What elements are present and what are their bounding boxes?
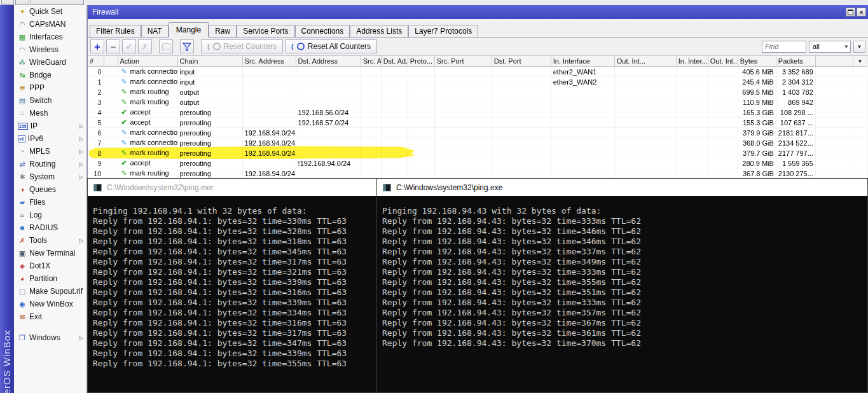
column-header-src-address[interactable]: Src. Address bbox=[242, 56, 296, 67]
rule-row-4[interactable]: 4✔acceptprerouting192.168.56.0/24165.3 G… bbox=[88, 107, 867, 118]
disable-rule-button[interactable]: ✗ bbox=[138, 39, 152, 53]
tab-address-lists[interactable]: Address Lists bbox=[350, 25, 408, 37]
column-header-src-ad-[interactable]: Src. Ad... bbox=[361, 56, 381, 67]
column-header-blank-17[interactable] bbox=[815, 56, 853, 67]
mark-routing-icon: ✎ bbox=[120, 149, 128, 157]
sidebar-item-tools[interactable]: ✗Tools▷ bbox=[14, 234, 86, 247]
sidebar-item-dot1x[interactable]: ◈Dot1X bbox=[14, 259, 86, 272]
rule-row-0[interactable]: 0✎mark connectioninputether2_WAN1405.6 M… bbox=[88, 67, 867, 77]
column-header-proto-[interactable]: Proto... bbox=[408, 56, 434, 67]
sidebar-item-wireless[interactable]: ◠Wireless bbox=[14, 43, 86, 56]
cell bbox=[381, 128, 408, 138]
tools-icon: ✗ bbox=[17, 237, 27, 245]
sidebar-item-exit[interactable]: ⊠Exit bbox=[14, 310, 86, 323]
terminal-line: Reply from 192.168.94.1: bytes=32 time=3… bbox=[93, 298, 376, 308]
sidebar-item-routing[interactable]: ⇄Routing▷ bbox=[14, 158, 86, 170]
reset-counters-button[interactable]: ( Reset Counters bbox=[201, 39, 283, 53]
rule-row-2[interactable]: 2✎mark routingoutput699.5 MiB1 403 782 bbox=[88, 87, 867, 97]
sidebar-item-ppp[interactable]: ≣PPP bbox=[14, 81, 86, 94]
column-header-blank-1[interactable] bbox=[104, 56, 118, 67]
cell bbox=[492, 97, 551, 107]
sidebar-item-partition[interactable]: ◕Partition bbox=[14, 272, 86, 285]
rule-row-7[interactable]: 7✎mark connectionprerouting192.168.94.0/… bbox=[88, 138, 867, 148]
tab-connections[interactable]: Connections bbox=[295, 25, 350, 37]
column-header-in-interface[interactable]: In. Interface bbox=[551, 56, 614, 67]
terminal-titlebar[interactable]: C:\Windows\system32\ping.exe bbox=[377, 179, 867, 196]
sidebar-item-files[interactable]: ▰Files bbox=[14, 196, 86, 209]
column-header-dst-port[interactable]: Dst. Port bbox=[492, 56, 551, 67]
sidebar-item-switch[interactable]: ▤Switch bbox=[14, 94, 86, 107]
column-header-chain[interactable]: Chain bbox=[177, 56, 242, 67]
sidebar-item-new-terminal[interactable]: ▣New Terminal bbox=[14, 247, 86, 259]
sidebar-item-quick-set[interactable]: ✦Quick Set bbox=[14, 5, 86, 18]
column-header-action[interactable]: Action bbox=[118, 56, 177, 67]
rule-row-1[interactable]: 1✎mark connectioninputether3_WAN2245.4 M… bbox=[88, 77, 867, 87]
column-header-out-int-[interactable]: Out. Int... bbox=[708, 56, 738, 67]
reset-all-counters-button[interactable]: ( Reset All Counters bbox=[285, 39, 377, 53]
sidebar-item-mpls[interactable]: ◔MPLS▷ bbox=[14, 145, 86, 158]
rule-row-9[interactable]: 9✔acceptprerouting!192.168.94.0/24280.9 … bbox=[88, 158, 867, 169]
column-header-out-int-[interactable]: Out. Int... bbox=[614, 56, 676, 67]
sidebar-item-new-winbox[interactable]: ◉New WinBox bbox=[14, 298, 86, 310]
sidebar-item-make-supout[interactable]: ▢Make Supout.rif bbox=[14, 285, 86, 298]
restore-button[interactable] bbox=[846, 8, 855, 17]
sidebar-item-log[interactable]: ≡Log bbox=[14, 209, 86, 221]
rule-row-3[interactable]: 3✎mark routingoutput110.9 MiB869 942 bbox=[88, 97, 867, 107]
dot1x-icon: ◈ bbox=[17, 262, 27, 270]
cell: 2134 522... bbox=[776, 138, 815, 148]
rule-row-10[interactable]: 10✎mark routingprerouting192.168.94.0/24… bbox=[88, 169, 867, 179]
add-rule-button[interactable]: + bbox=[90, 39, 104, 53]
remove-rule-button[interactable]: − bbox=[106, 39, 120, 53]
sidebar-item-label: Routing bbox=[29, 160, 55, 169]
sidebar-item-mesh[interactable]: ∴Mesh bbox=[14, 107, 86, 120]
tab-nat[interactable]: NAT bbox=[141, 25, 169, 37]
cell: 165.3 GiB bbox=[738, 107, 776, 118]
rule-row-8[interactable]: 8✎mark routingprerouting192.168.94.0/243… bbox=[88, 148, 867, 158]
cell bbox=[434, 97, 492, 107]
tab-filter-rules[interactable]: Filter Rules bbox=[90, 25, 141, 37]
column-header-dst-address[interactable]: Dst. Address bbox=[296, 56, 361, 67]
cell bbox=[242, 107, 296, 118]
comment-button[interactable] bbox=[159, 39, 173, 53]
cell bbox=[296, 128, 361, 138]
firewall-titlebar[interactable]: Firewall × bbox=[88, 5, 868, 19]
restore-icon bbox=[848, 10, 853, 15]
sidebar-item-ip[interactable]: 255IP▷ bbox=[14, 120, 86, 132]
column-header-dst-ad-[interactable]: Dst. Ad... bbox=[381, 56, 408, 67]
column-header-packets[interactable]: Packets bbox=[776, 56, 815, 67]
cell: prerouting bbox=[177, 158, 242, 169]
sidebar-item-capsman[interactable]: ◠CAPsMAN bbox=[14, 18, 86, 31]
reset-icon-disabled: ( bbox=[207, 43, 210, 50]
sidebar-item-label: RADIUS bbox=[29, 223, 58, 232]
column-header--[interactable]: # bbox=[88, 56, 104, 67]
terminal-titlebar[interactable]: C:\Windows\system32\ping.exe bbox=[88, 179, 376, 196]
cell bbox=[408, 138, 434, 148]
sidebar-item-wireguard[interactable]: ⁂WireGuard bbox=[14, 56, 86, 69]
sidebar-item-bridge[interactable]: ↹Bridge bbox=[14, 69, 86, 81]
scope-dropdown-button[interactable]: ▼ bbox=[853, 41, 865, 53]
enable-rule-button[interactable]: ✔ bbox=[122, 39, 136, 53]
submenu-arrow-icon: ▷ bbox=[79, 149, 83, 155]
column-select-dropdown[interactable]: ▼ bbox=[853, 56, 867, 67]
sidebar-item-radius[interactable]: ☻RADIUS bbox=[14, 221, 86, 234]
sidebar-item-system[interactable]: ✱System▷ bbox=[14, 170, 86, 183]
cell bbox=[551, 97, 614, 107]
rule-row-6[interactable]: 6✎mark connectionprerouting192.168.94.0/… bbox=[88, 128, 867, 138]
rule-row-5[interactable]: 5✔acceptprerouting192.168.57.0/24155.3 G… bbox=[88, 118, 867, 128]
sidebar-item-windows[interactable]: ❐Windows▷ bbox=[14, 331, 86, 344]
sidebar-item-interfaces[interactable]: ▦Interfaces bbox=[14, 31, 86, 43]
column-header-bytes[interactable]: Bytes bbox=[738, 56, 776, 67]
filter-button[interactable] bbox=[180, 39, 194, 53]
tab-layer7-protocols[interactable]: Layer7 Protocols bbox=[408, 25, 478, 37]
close-button[interactable]: × bbox=[857, 8, 866, 17]
sidebar-item-label: IPv6 bbox=[28, 134, 43, 143]
tab-raw[interactable]: Raw bbox=[209, 25, 237, 37]
tab-mangle[interactable]: Mangle bbox=[169, 22, 209, 38]
filter-scope-select[interactable]: all ▼ bbox=[809, 41, 851, 53]
sidebar-item-ipv6[interactable]: v6IPv6▷ bbox=[14, 132, 86, 145]
column-header-in-inter-[interactable]: In. Inter... bbox=[676, 56, 708, 67]
tab-service-ports[interactable]: Service Ports bbox=[237, 25, 294, 37]
column-header-src-port[interactable]: Src. Port bbox=[434, 56, 492, 67]
find-input[interactable] bbox=[762, 41, 806, 53]
sidebar-item-queues[interactable]: ◑Queues bbox=[14, 183, 86, 196]
